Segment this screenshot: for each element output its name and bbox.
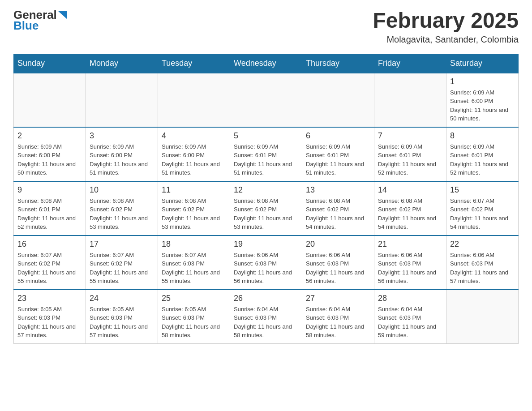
day-info: Sunrise: 6:09 AM Sunset: 6:01 PM Dayligh… xyxy=(450,142,515,177)
title-section: February 2025 Molagavita, Santander, Col… xyxy=(373,9,519,45)
calendar-cell: 20Sunrise: 6:06 AM Sunset: 6:03 PM Dayli… xyxy=(302,235,374,290)
calendar-cell: 28Sunrise: 6:04 AM Sunset: 6:03 PM Dayli… xyxy=(374,290,446,344)
calendar-cell xyxy=(86,73,158,127)
week-row-0: 1Sunrise: 6:09 AM Sunset: 6:00 PM Daylig… xyxy=(14,73,519,127)
day-number: 2 xyxy=(17,131,82,141)
calendar-cell: 16Sunrise: 6:07 AM Sunset: 6:02 PM Dayli… xyxy=(14,235,86,290)
day-number: 11 xyxy=(162,185,226,195)
calendar-cell: 24Sunrise: 6:05 AM Sunset: 6:03 PM Dayli… xyxy=(86,290,158,344)
header-day-saturday: Saturday xyxy=(446,54,519,73)
day-number: 24 xyxy=(90,294,154,303)
day-info: Sunrise: 6:09 AM Sunset: 6:01 PM Dayligh… xyxy=(378,142,442,177)
calendar-cell: 21Sunrise: 6:06 AM Sunset: 6:03 PM Dayli… xyxy=(374,235,446,290)
calendar-cell: 18Sunrise: 6:07 AM Sunset: 6:03 PM Dayli… xyxy=(158,235,230,290)
header-day-monday: Monday xyxy=(86,54,158,73)
day-number: 13 xyxy=(306,185,370,195)
day-number: 9 xyxy=(17,185,82,195)
calendar-cell: 10Sunrise: 6:08 AM Sunset: 6:02 PM Dayli… xyxy=(86,181,158,235)
calendar-cell: 4Sunrise: 6:09 AM Sunset: 6:00 PM Daylig… xyxy=(158,127,230,181)
day-info: Sunrise: 6:08 AM Sunset: 6:02 PM Dayligh… xyxy=(162,197,226,231)
week-row-3: 16Sunrise: 6:07 AM Sunset: 6:02 PM Dayli… xyxy=(14,235,519,290)
day-info: Sunrise: 6:06 AM Sunset: 6:03 PM Dayligh… xyxy=(306,251,370,286)
day-info: Sunrise: 6:05 AM Sunset: 6:03 PM Dayligh… xyxy=(90,305,154,340)
calendar-cell: 2Sunrise: 6:09 AM Sunset: 6:00 PM Daylig… xyxy=(14,127,86,181)
header-day-thursday: Thursday xyxy=(302,54,374,73)
day-number: 5 xyxy=(234,131,298,141)
day-info: Sunrise: 6:09 AM Sunset: 6:01 PM Dayligh… xyxy=(234,142,298,177)
day-number: 21 xyxy=(378,240,442,249)
day-number: 18 xyxy=(162,240,226,249)
day-number: 14 xyxy=(378,185,442,195)
calendar-cell: 17Sunrise: 6:07 AM Sunset: 6:02 PM Dayli… xyxy=(86,235,158,290)
day-info: Sunrise: 6:05 AM Sunset: 6:03 PM Dayligh… xyxy=(17,305,82,340)
day-info: Sunrise: 6:07 AM Sunset: 6:02 PM Dayligh… xyxy=(450,197,515,231)
header-day-tuesday: Tuesday xyxy=(158,54,230,73)
header-day-friday: Friday xyxy=(374,54,446,73)
day-number: 27 xyxy=(306,294,370,303)
calendar-cell xyxy=(230,73,302,127)
day-number: 6 xyxy=(306,131,370,141)
logo-triangle-icon xyxy=(58,11,68,20)
day-number: 10 xyxy=(90,185,154,195)
day-info: Sunrise: 6:08 AM Sunset: 6:02 PM Dayligh… xyxy=(90,197,154,231)
day-info: Sunrise: 6:06 AM Sunset: 6:03 PM Dayligh… xyxy=(234,251,298,286)
calendar-cell: 26Sunrise: 6:04 AM Sunset: 6:03 PM Dayli… xyxy=(230,290,302,344)
logo-blue-text: Blue xyxy=(13,19,39,32)
day-number: 26 xyxy=(234,294,298,303)
calendar-cell xyxy=(302,73,374,127)
day-number: 4 xyxy=(162,131,226,141)
calendar-cell: 7Sunrise: 6:09 AM Sunset: 6:01 PM Daylig… xyxy=(374,127,446,181)
calendar-table: SundayMondayTuesdayWednesdayThursdayFrid… xyxy=(13,54,519,344)
day-number: 16 xyxy=(17,240,82,249)
day-number: 7 xyxy=(378,131,442,141)
page-header: General Blue February 2025 Molagavita, S… xyxy=(13,9,519,45)
calendar-cell: 11Sunrise: 6:08 AM Sunset: 6:02 PM Dayli… xyxy=(158,181,230,235)
calendar-cell: 25Sunrise: 6:05 AM Sunset: 6:03 PM Dayli… xyxy=(158,290,230,344)
calendar-cell: 12Sunrise: 6:08 AM Sunset: 6:02 PM Dayli… xyxy=(230,181,302,235)
header-day-sunday: Sunday xyxy=(14,54,86,73)
day-info: Sunrise: 6:07 AM Sunset: 6:02 PM Dayligh… xyxy=(17,251,82,286)
calendar-cell: 15Sunrise: 6:07 AM Sunset: 6:02 PM Dayli… xyxy=(446,181,519,235)
calendar-cell: 13Sunrise: 6:08 AM Sunset: 6:02 PM Dayli… xyxy=(302,181,374,235)
day-info: Sunrise: 6:09 AM Sunset: 6:00 PM Dayligh… xyxy=(90,142,154,177)
day-info: Sunrise: 6:04 AM Sunset: 6:03 PM Dayligh… xyxy=(306,305,370,340)
day-info: Sunrise: 6:06 AM Sunset: 6:03 PM Dayligh… xyxy=(378,251,442,286)
day-number: 25 xyxy=(162,294,226,303)
day-number: 22 xyxy=(450,240,515,249)
calendar-cell: 9Sunrise: 6:08 AM Sunset: 6:01 PM Daylig… xyxy=(14,181,86,235)
day-info: Sunrise: 6:08 AM Sunset: 6:02 PM Dayligh… xyxy=(378,197,442,231)
day-info: Sunrise: 6:09 AM Sunset: 6:00 PM Dayligh… xyxy=(450,88,515,123)
day-info: Sunrise: 6:08 AM Sunset: 6:02 PM Dayligh… xyxy=(306,197,370,231)
day-info: Sunrise: 6:09 AM Sunset: 6:00 PM Dayligh… xyxy=(17,142,82,177)
calendar-cell: 14Sunrise: 6:08 AM Sunset: 6:02 PM Dayli… xyxy=(374,181,446,235)
calendar-cell: 3Sunrise: 6:09 AM Sunset: 6:00 PM Daylig… xyxy=(86,127,158,181)
day-info: Sunrise: 6:06 AM Sunset: 6:03 PM Dayligh… xyxy=(450,251,515,286)
calendar-title: February 2025 xyxy=(373,9,519,33)
calendar-subtitle: Molagavita, Santander, Colombia xyxy=(373,34,519,45)
day-info: Sunrise: 6:07 AM Sunset: 6:02 PM Dayligh… xyxy=(90,251,154,286)
day-number: 28 xyxy=(378,294,442,303)
day-info: Sunrise: 6:08 AM Sunset: 6:02 PM Dayligh… xyxy=(234,197,298,231)
day-number: 1 xyxy=(450,77,515,86)
day-number: 20 xyxy=(306,240,370,249)
calendar-cell: 6Sunrise: 6:09 AM Sunset: 6:01 PM Daylig… xyxy=(302,127,374,181)
day-info: Sunrise: 6:09 AM Sunset: 6:00 PM Dayligh… xyxy=(162,142,226,177)
day-info: Sunrise: 6:05 AM Sunset: 6:03 PM Dayligh… xyxy=(162,305,226,340)
day-info: Sunrise: 6:04 AM Sunset: 6:03 PM Dayligh… xyxy=(234,305,298,340)
calendar-cell: 23Sunrise: 6:05 AM Sunset: 6:03 PM Dayli… xyxy=(14,290,86,344)
day-info: Sunrise: 6:09 AM Sunset: 6:01 PM Dayligh… xyxy=(306,142,370,177)
week-row-2: 9Sunrise: 6:08 AM Sunset: 6:01 PM Daylig… xyxy=(14,181,519,235)
day-number: 15 xyxy=(450,185,515,195)
calendar-cell: 27Sunrise: 6:04 AM Sunset: 6:03 PM Dayli… xyxy=(302,290,374,344)
day-number: 19 xyxy=(234,240,298,249)
day-number: 17 xyxy=(90,240,154,249)
day-number: 3 xyxy=(90,131,154,141)
calendar-cell: 5Sunrise: 6:09 AM Sunset: 6:01 PM Daylig… xyxy=(230,127,302,181)
header-row: SundayMondayTuesdayWednesdayThursdayFrid… xyxy=(14,54,519,73)
day-info: Sunrise: 6:04 AM Sunset: 6:03 PM Dayligh… xyxy=(378,305,442,340)
day-info: Sunrise: 6:08 AM Sunset: 6:01 PM Dayligh… xyxy=(17,197,82,231)
calendar-cell: 19Sunrise: 6:06 AM Sunset: 6:03 PM Dayli… xyxy=(230,235,302,290)
day-info: Sunrise: 6:07 AM Sunset: 6:03 PM Dayligh… xyxy=(162,251,226,286)
logo: General Blue xyxy=(13,9,68,31)
day-number: 8 xyxy=(450,131,515,141)
